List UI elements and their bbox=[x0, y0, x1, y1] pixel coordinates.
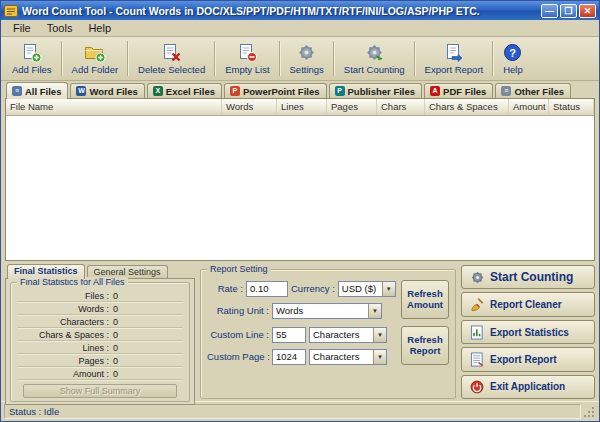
custom-page-row: Custom Page : Characters bbox=[207, 348, 397, 365]
statistics-tabs: Final Statistics General Settings bbox=[5, 264, 195, 278]
toolbar-separator bbox=[279, 41, 281, 76]
stat-label: Words : bbox=[17, 304, 113, 314]
currency-select[interactable]: USD ($) bbox=[338, 281, 396, 297]
refresh-report-button[interactable]: Refresh Report bbox=[401, 326, 449, 365]
tab-label: PowerPoint Files bbox=[243, 86, 320, 97]
tab-powerpoint-files[interactable]: P PowerPoint Files bbox=[224, 83, 327, 98]
exit-application-button[interactable]: Exit Application bbox=[461, 375, 595, 399]
custom-page-label: Custom Page : bbox=[207, 351, 269, 362]
toolbar-separator bbox=[492, 41, 494, 76]
delete-selected-icon bbox=[161, 42, 182, 63]
toolbar-separator bbox=[61, 41, 63, 76]
toolbar-help-button[interactable]: ? Help bbox=[495, 38, 531, 79]
currency-value: USD ($) bbox=[342, 283, 382, 294]
tab-label: Word Files bbox=[89, 86, 137, 97]
column-header-words[interactable]: Words bbox=[222, 99, 277, 115]
chevron-down-icon bbox=[373, 328, 386, 342]
final-statistics-groupbox: Final Statistics for All Files Files : 0… bbox=[10, 282, 190, 402]
refresh-amount-button[interactable]: Refresh Amount bbox=[401, 280, 449, 319]
column-header-amount[interactable]: Amount bbox=[509, 99, 549, 115]
stat-row-characters: Characters : 0 bbox=[17, 316, 183, 328]
stat-label: Chars & Spaces : bbox=[17, 330, 113, 340]
toolbar-add-files-button[interactable]: Add Files bbox=[4, 38, 60, 79]
status-text: Status : Idle bbox=[4, 404, 581, 419]
custom-line-unit-select[interactable]: Characters bbox=[309, 327, 387, 343]
rating-unit-value: Words bbox=[276, 305, 368, 316]
empty-list-icon bbox=[237, 42, 258, 63]
toolbar: Add Files Add Folder Delete Selected Emp… bbox=[1, 37, 599, 81]
tab-other-files[interactable]: ≡ Other Files bbox=[495, 83, 571, 98]
add-files-icon bbox=[21, 42, 42, 63]
column-header-status[interactable]: Status bbox=[549, 99, 594, 115]
custom-page-input[interactable] bbox=[272, 349, 306, 365]
stat-label: Lines : bbox=[17, 343, 113, 353]
action-label: Report Cleaner bbox=[490, 299, 562, 310]
toolbar-label: Add Folder bbox=[72, 64, 118, 75]
tab-all-files[interactable]: ≡ All Files bbox=[6, 82, 68, 99]
column-header-chars[interactable]: Chars bbox=[377, 99, 425, 115]
resize-grip[interactable] bbox=[583, 406, 596, 419]
custom-line-label: Custom Line : bbox=[207, 329, 269, 340]
custom-page-unit-value: Characters bbox=[313, 351, 373, 362]
action-label: Start Counting bbox=[490, 270, 573, 284]
stat-value: 0 bbox=[113, 317, 118, 327]
export-statistics-button[interactable]: Export Statistics bbox=[461, 320, 595, 344]
toolbar-export-report-button[interactable]: Export Report bbox=[417, 38, 492, 79]
minimize-button[interactable]: — bbox=[541, 4, 558, 18]
column-header-lines[interactable]: Lines bbox=[277, 99, 327, 115]
stat-row-lines: Lines : 0 bbox=[17, 342, 183, 354]
tab-publisher-files[interactable]: P Publisher Files bbox=[329, 83, 423, 98]
tab-pdf-files[interactable]: A PDF Files bbox=[424, 83, 493, 98]
tab-label: Publisher Files bbox=[348, 86, 416, 97]
toolbar-label: Settings bbox=[290, 64, 324, 75]
toolbar-empty-list-button[interactable]: Empty List bbox=[217, 38, 277, 79]
stat-row-files: Files : 0 bbox=[17, 290, 183, 302]
final-statistics-panel: Final Statistics for All Files Files : 0… bbox=[5, 278, 195, 405]
toolbar-delete-selected-button[interactable]: Delete Selected bbox=[130, 38, 213, 79]
tab-final-statistics[interactable]: Final Statistics bbox=[7, 264, 85, 279]
report-cleaner-button[interactable]: Report Cleaner bbox=[461, 292, 595, 316]
menu-tools[interactable]: Tools bbox=[39, 21, 81, 35]
chevron-down-icon bbox=[368, 304, 381, 318]
tab-label: Excel Files bbox=[166, 86, 215, 97]
stat-value: 0 bbox=[113, 369, 118, 379]
toolbar-label: Empty List bbox=[225, 64, 269, 75]
toolbar-add-folder-button[interactable]: Add Folder bbox=[64, 38, 126, 79]
svg-text:?: ? bbox=[510, 47, 517, 59]
show-full-summary-button[interactable]: Show Full Summary bbox=[23, 384, 177, 398]
tab-word-files[interactable]: W Word Files bbox=[70, 83, 144, 98]
stat-row-words: Words : 0 bbox=[17, 303, 183, 315]
stat-value: 0 bbox=[113, 330, 118, 340]
toolbar-start-counting-button[interactable]: Start Counting bbox=[336, 38, 413, 79]
stat-value: 0 bbox=[113, 291, 118, 301]
report-setting-groupbox: Report Setting Rate : Currency : USD ($) bbox=[200, 269, 456, 399]
file-type-tabs: ≡ All Files W Word Files X Excel Files P… bbox=[1, 81, 599, 98]
pdf-icon: A bbox=[430, 86, 440, 96]
column-header-file-name[interactable]: File Name bbox=[6, 99, 222, 115]
maximize-button[interactable]: ❐ bbox=[560, 4, 577, 18]
stat-label: Amount : bbox=[17, 369, 113, 379]
tab-excel-files[interactable]: X Excel Files bbox=[147, 83, 222, 98]
rate-input[interactable] bbox=[246, 281, 288, 297]
start-counting-button[interactable]: Start Counting bbox=[461, 265, 595, 289]
menu-file[interactable]: File bbox=[5, 21, 39, 35]
column-header-pages[interactable]: Pages bbox=[327, 99, 377, 115]
close-button[interactable]: ✕ bbox=[579, 4, 596, 18]
menu-help[interactable]: Help bbox=[80, 21, 119, 35]
toolbar-settings-button[interactable]: Settings bbox=[282, 38, 332, 79]
column-header-chars-spaces[interactable]: Chars & Spaces bbox=[425, 99, 509, 115]
custom-line-input[interactable] bbox=[272, 327, 306, 343]
toolbar-label: Delete Selected bbox=[138, 64, 205, 75]
tab-label: All Files bbox=[25, 86, 61, 97]
custom-line-row: Custom Line : Characters bbox=[207, 326, 397, 343]
rating-unit-select[interactable]: Words bbox=[272, 303, 382, 319]
file-list-table: File Name Words Lines Pages Chars Chars … bbox=[5, 98, 595, 261]
statistics-section: Final Statistics General Settings Final … bbox=[5, 264, 195, 399]
power-exit-icon bbox=[469, 379, 485, 395]
export-report-button[interactable]: Export Report bbox=[461, 347, 595, 371]
broom-icon bbox=[469, 297, 485, 313]
custom-line-unit-value: Characters bbox=[313, 329, 373, 340]
custom-page-unit-select[interactable]: Characters bbox=[309, 349, 387, 365]
report-setting-section: Report Setting Rate : Currency : USD ($) bbox=[200, 264, 456, 399]
word-icon: W bbox=[76, 86, 86, 96]
